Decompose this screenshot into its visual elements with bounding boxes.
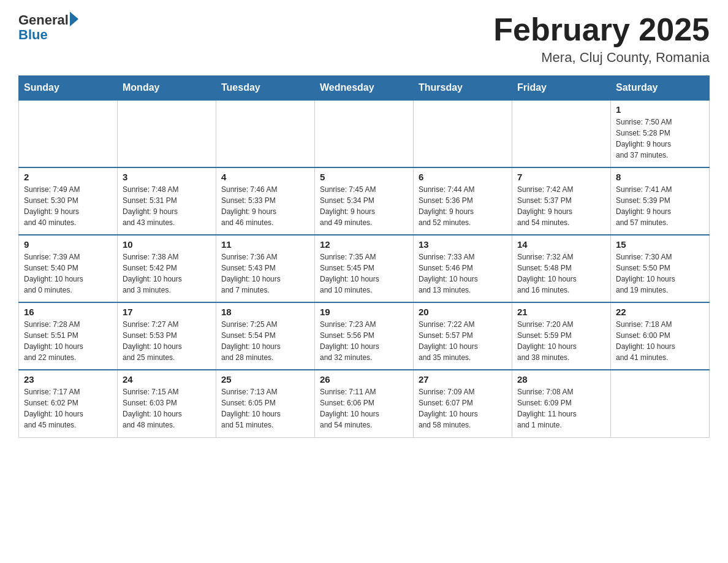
day-info: Sunrise: 7:42 AM Sunset: 5:37 PM Dayligh… xyxy=(517,184,605,228)
calendar-header-row: SundayMondayTuesdayWednesdayThursdayFrid… xyxy=(19,76,710,101)
calendar-cell xyxy=(512,100,611,167)
calendar-cell xyxy=(414,100,512,167)
calendar-cell: 16Sunrise: 7:28 AM Sunset: 5:51 PM Dayli… xyxy=(19,302,118,370)
day-info: Sunrise: 7:49 AM Sunset: 5:30 PM Dayligh… xyxy=(24,184,112,228)
calendar-cell: 21Sunrise: 7:20 AM Sunset: 5:59 PM Dayli… xyxy=(512,302,611,370)
day-number: 27 xyxy=(419,374,507,385)
day-info: Sunrise: 7:22 AM Sunset: 5:57 PM Dayligh… xyxy=(419,319,507,363)
day-number: 2 xyxy=(24,172,112,182)
calendar-cell: 3Sunrise: 7:48 AM Sunset: 5:31 PM Daylig… xyxy=(118,167,216,235)
day-info: Sunrise: 7:41 AM Sunset: 5:39 PM Dayligh… xyxy=(616,184,704,228)
day-info: Sunrise: 7:33 AM Sunset: 5:46 PM Dayligh… xyxy=(419,251,507,296)
calendar-week-row: 2Sunrise: 7:49 AM Sunset: 5:30 PM Daylig… xyxy=(19,167,710,235)
weekday-header: Saturday xyxy=(611,76,710,101)
day-number: 22 xyxy=(616,307,704,317)
day-number: 28 xyxy=(517,374,605,385)
calendar-cell: 17Sunrise: 7:27 AM Sunset: 5:53 PM Dayli… xyxy=(118,302,216,370)
day-number: 10 xyxy=(123,239,211,250)
calendar-cell: 4Sunrise: 7:46 AM Sunset: 5:33 PM Daylig… xyxy=(216,167,315,235)
calendar-cell: 6Sunrise: 7:44 AM Sunset: 5:36 PM Daylig… xyxy=(414,167,512,235)
calendar-cell: 26Sunrise: 7:11 AM Sunset: 6:06 PM Dayli… xyxy=(315,370,414,437)
logo: General Blue xyxy=(18,12,78,43)
day-number: 9 xyxy=(24,239,112,250)
day-info: Sunrise: 7:30 AM Sunset: 5:50 PM Dayligh… xyxy=(616,251,704,296)
calendar-cell xyxy=(19,100,118,167)
location-title: Mera, Cluj County, Romania xyxy=(493,50,710,66)
calendar-cell: 2Sunrise: 7:49 AM Sunset: 5:30 PM Daylig… xyxy=(19,167,118,235)
calendar-week-row: 1Sunrise: 7:50 AM Sunset: 5:28 PM Daylig… xyxy=(19,100,710,167)
day-number: 19 xyxy=(320,307,408,317)
day-number: 24 xyxy=(123,374,211,385)
day-number: 5 xyxy=(320,172,408,182)
day-number: 14 xyxy=(517,239,605,250)
day-info: Sunrise: 7:25 AM Sunset: 5:54 PM Dayligh… xyxy=(221,319,309,363)
day-number: 7 xyxy=(517,172,605,182)
logo-general-text: General xyxy=(18,12,69,28)
calendar-cell: 27Sunrise: 7:09 AM Sunset: 6:07 PM Dayli… xyxy=(414,370,512,437)
day-number: 26 xyxy=(320,374,408,385)
calendar-cell: 13Sunrise: 7:33 AM Sunset: 5:46 PM Dayli… xyxy=(414,235,512,302)
day-number: 13 xyxy=(419,239,507,250)
weekday-header: Friday xyxy=(512,76,611,101)
day-info: Sunrise: 7:44 AM Sunset: 5:36 PM Dayligh… xyxy=(419,184,507,228)
day-info: Sunrise: 7:38 AM Sunset: 5:42 PM Dayligh… xyxy=(123,251,211,296)
calendar-cell: 1Sunrise: 7:50 AM Sunset: 5:28 PM Daylig… xyxy=(611,100,710,167)
day-info: Sunrise: 7:15 AM Sunset: 6:03 PM Dayligh… xyxy=(123,386,211,431)
day-number: 16 xyxy=(24,307,112,317)
calendar-cell xyxy=(611,370,710,437)
calendar-cell: 23Sunrise: 7:17 AM Sunset: 6:02 PM Dayli… xyxy=(19,370,118,437)
calendar-cell: 9Sunrise: 7:39 AM Sunset: 5:40 PM Daylig… xyxy=(19,235,118,302)
day-number: 6 xyxy=(419,172,507,182)
day-number: 23 xyxy=(24,374,112,385)
calendar-cell: 25Sunrise: 7:13 AM Sunset: 6:05 PM Dayli… xyxy=(216,370,315,437)
day-info: Sunrise: 7:09 AM Sunset: 6:07 PM Dayligh… xyxy=(419,386,507,431)
calendar-cell: 12Sunrise: 7:35 AM Sunset: 5:45 PM Dayli… xyxy=(315,235,414,302)
day-info: Sunrise: 7:46 AM Sunset: 5:33 PM Dayligh… xyxy=(221,184,309,228)
day-info: Sunrise: 7:45 AM Sunset: 5:34 PM Dayligh… xyxy=(320,184,408,228)
calendar-cell: 22Sunrise: 7:18 AM Sunset: 6:00 PM Dayli… xyxy=(611,302,710,370)
calendar-week-row: 23Sunrise: 7:17 AM Sunset: 6:02 PM Dayli… xyxy=(19,370,710,437)
calendar-cell: 7Sunrise: 7:42 AM Sunset: 5:37 PM Daylig… xyxy=(512,167,611,235)
weekday-header: Monday xyxy=(118,76,216,101)
day-number: 3 xyxy=(123,172,211,182)
day-info: Sunrise: 7:50 AM Sunset: 5:28 PM Dayligh… xyxy=(616,117,704,161)
day-info: Sunrise: 7:17 AM Sunset: 6:02 PM Dayligh… xyxy=(24,386,112,431)
day-info: Sunrise: 7:20 AM Sunset: 5:59 PM Dayligh… xyxy=(517,319,605,363)
day-info: Sunrise: 7:32 AM Sunset: 5:48 PM Dayligh… xyxy=(517,251,605,296)
day-info: Sunrise: 7:35 AM Sunset: 5:45 PM Dayligh… xyxy=(320,251,408,296)
day-number: 18 xyxy=(221,307,309,317)
day-info: Sunrise: 7:08 AM Sunset: 6:09 PM Dayligh… xyxy=(517,386,605,431)
day-info: Sunrise: 7:36 AM Sunset: 5:43 PM Dayligh… xyxy=(221,251,309,296)
logo-arrow-icon xyxy=(70,12,78,26)
page-container: General Blue February 2025 Mera, Cluj Co… xyxy=(18,12,710,438)
weekday-header: Tuesday xyxy=(216,76,315,101)
weekday-header: Sunday xyxy=(19,76,118,101)
weekday-header: Wednesday xyxy=(315,76,414,101)
calendar-cell: 28Sunrise: 7:08 AM Sunset: 6:09 PM Dayli… xyxy=(512,370,611,437)
month-title: February 2025 xyxy=(493,12,710,47)
day-info: Sunrise: 7:39 AM Sunset: 5:40 PM Dayligh… xyxy=(24,251,112,296)
calendar-table: SundayMondayTuesdayWednesdayThursdayFrid… xyxy=(18,75,710,438)
day-info: Sunrise: 7:18 AM Sunset: 6:00 PM Dayligh… xyxy=(616,319,704,363)
day-info: Sunrise: 7:23 AM Sunset: 5:56 PM Dayligh… xyxy=(320,319,408,363)
logo-blue-text: Blue xyxy=(18,27,78,43)
calendar-cell: 8Sunrise: 7:41 AM Sunset: 5:39 PM Daylig… xyxy=(611,167,710,235)
day-number: 1 xyxy=(616,104,704,115)
calendar-cell: 10Sunrise: 7:38 AM Sunset: 5:42 PM Dayli… xyxy=(118,235,216,302)
day-number: 20 xyxy=(419,307,507,317)
calendar-cell: 5Sunrise: 7:45 AM Sunset: 5:34 PM Daylig… xyxy=(315,167,414,235)
day-number: 15 xyxy=(616,239,704,250)
day-number: 8 xyxy=(616,172,704,182)
day-info: Sunrise: 7:48 AM Sunset: 5:31 PM Dayligh… xyxy=(123,184,211,228)
calendar-cell: 14Sunrise: 7:32 AM Sunset: 5:48 PM Dayli… xyxy=(512,235,611,302)
calendar-week-row: 9Sunrise: 7:39 AM Sunset: 5:40 PM Daylig… xyxy=(19,235,710,302)
day-info: Sunrise: 7:13 AM Sunset: 6:05 PM Dayligh… xyxy=(221,386,309,431)
calendar-cell: 19Sunrise: 7:23 AM Sunset: 5:56 PM Dayli… xyxy=(315,302,414,370)
day-number: 11 xyxy=(221,239,309,250)
calendar-cell xyxy=(216,100,315,167)
day-number: 21 xyxy=(517,307,605,317)
day-number: 25 xyxy=(221,374,309,385)
day-info: Sunrise: 7:28 AM Sunset: 5:51 PM Dayligh… xyxy=(24,319,112,363)
day-number: 4 xyxy=(221,172,309,182)
title-block: February 2025 Mera, Cluj County, Romania xyxy=(493,12,710,66)
